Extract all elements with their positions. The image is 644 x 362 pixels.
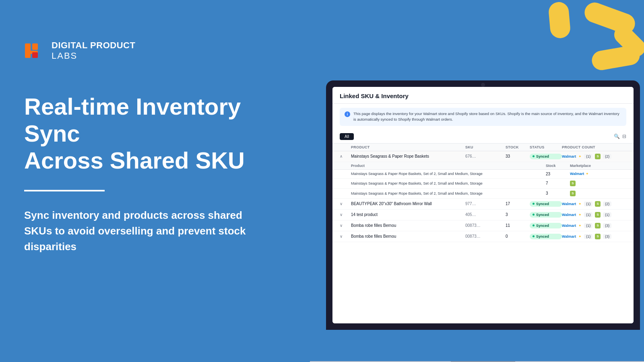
logo-subtitle: LABS: [52, 51, 135, 61]
sub-table-row: Mainstays Seagrass & Paper Rope Baskets,…: [332, 179, 634, 189]
app-header: Linked SKU & Inventory: [332, 87, 634, 104]
filter-bar: All 🔍 ⊟: [332, 130, 634, 143]
shopify-icon: S: [595, 212, 601, 218]
synced-dot: [533, 155, 535, 157]
walmart-spark-icon: ✦: [578, 154, 582, 158]
chevron-down-icon[interactable]: ∨: [340, 202, 351, 206]
shopify-icon: S: [570, 191, 576, 196]
marketplace-cell: Walmart✦: [570, 172, 626, 176]
sub-th-product: Product: [351, 164, 546, 168]
synced-dot: [533, 235, 535, 237]
th-product: Product: [351, 145, 465, 149]
status-badge: Synced: [530, 234, 562, 239]
sku-value: 405…: [465, 212, 506, 217]
filter-icon[interactable]: ⊟: [622, 134, 626, 139]
filter-icons: 🔍 ⊟: [614, 134, 626, 139]
th-stock: Stock: [506, 145, 530, 149]
product-name: Mainstays Seagrass & Paper Rope Baskets: [351, 154, 465, 158]
shopify-count: (2): [603, 202, 611, 206]
left-content: DIGITAL PRODUCT LABS Real-time Inventory…: [24, 40, 274, 255]
walmart-label: Walmart: [570, 172, 584, 176]
table-row[interactable]: ∨ Bomba robe filles Bernou 00873… 0 Sync…: [332, 231, 634, 242]
sku-value: 00873…: [465, 223, 506, 228]
table-row[interactable]: ∧ Mainstays Seagrass & Paper Rope Basket…: [332, 151, 634, 162]
synced-dot: [533, 203, 535, 205]
stock-value: 11: [506, 223, 530, 228]
table-row[interactable]: ∨ BEAUTYPEAK 20"x30" Bathroom Mirror Wal…: [332, 199, 634, 210]
shopify-icon: S: [595, 201, 601, 207]
laptop-camera: [481, 83, 485, 87]
sub-table-header: Product Stock Marketplace: [332, 162, 634, 170]
laptop-screen: Linked SKU & Inventory i This page displ…: [332, 87, 634, 323]
product-count-cell: Walmart✦ (1) S (3): [562, 234, 626, 239]
main-heading: Real-time Inventory Sync Across Shared S…: [24, 93, 274, 174]
walmart-count: (1): [584, 223, 592, 228]
chevron-down-icon[interactable]: ∨: [340, 212, 351, 217]
th-sku: SKU: [465, 145, 506, 149]
walmart-label: Walmart: [562, 154, 576, 158]
th-product-count: Product count: [562, 145, 626, 149]
shopify-count: (3): [603, 234, 611, 239]
sub-th-stock: Stock: [546, 164, 570, 168]
shopify-icon: S: [595, 154, 601, 159]
logo-title: DIGITAL PRODUCT: [52, 40, 135, 51]
sub-text: Sync inventory and products across share…: [24, 208, 258, 255]
status-badge: Synced: [530, 154, 562, 159]
dpl-logo-icon: [24, 40, 45, 61]
walmart-count: (1): [584, 234, 592, 239]
search-icon[interactable]: 🔍: [614, 134, 620, 139]
sub-table-row: Mainstays Seagrass & Paper Rope Baskets,…: [332, 189, 634, 199]
walmart-count: (1): [584, 212, 592, 217]
th-expand: [340, 145, 351, 149]
chevron-up-icon[interactable]: ∧: [340, 154, 351, 158]
walmart-spark-icon: ✦: [586, 172, 589, 176]
app-ui: Linked SKU & Inventory i This page displ…: [332, 87, 634, 323]
table-row[interactable]: ∨ Bomba robe filles Bernou 00873… 11 Syn…: [332, 220, 634, 231]
walmart-count: (1): [584, 154, 592, 159]
th-status: Status: [530, 145, 562, 149]
synced-dot: [533, 214, 535, 216]
app-title: Linked SKU & Inventory: [340, 93, 409, 99]
chevron-down-icon[interactable]: ∨: [340, 234, 351, 239]
filter-all-button[interactable]: All: [340, 133, 354, 140]
synced-dot: [533, 224, 535, 226]
product-count-cell: Walmart✦ (1) S (1): [562, 212, 626, 218]
stock-value: 3: [506, 212, 530, 217]
status-badge: Synced: [530, 223, 562, 228]
product-count-cell: Walmart✦ (1) S (3): [562, 223, 626, 228]
table-row[interactable]: ∨ 14 test product 405… 3 Synced Walmart✦…: [332, 210, 634, 220]
laptop-screen-bezel: Linked SKU & Inventory i This page displ…: [326, 80, 640, 330]
stock-value: 33: [506, 154, 530, 158]
status-badge: Synced: [530, 201, 562, 207]
info-icon: i: [345, 111, 350, 117]
logo-area: DIGITAL PRODUCT LABS: [24, 40, 274, 61]
stock-value: 0: [506, 234, 530, 239]
sub-table-row: Mainstays Seagrass & Paper Rope Baskets,…: [332, 170, 634, 179]
spark-decoration: [475, 0, 644, 88]
product-count-cell: Walmart✦ (1) S (2): [562, 154, 626, 159]
svg-rect-5: [32, 43, 38, 50]
shopify-count: (2): [603, 154, 611, 159]
product-name: 14 test product: [351, 212, 465, 217]
sku-value: 977…: [465, 202, 506, 206]
svg-rect-0: [548, 1, 571, 39]
sub-th-marketplace: Marketplace: [570, 164, 626, 168]
walmart-label: Walmart: [562, 213, 576, 217]
product-name: Bomba robe filles Bernou: [351, 223, 465, 228]
marketplace-cell: S: [570, 181, 626, 186]
divider-line: [24, 190, 105, 191]
laptop-container: Linked SKU & Inventory i This page displ…: [310, 80, 644, 362]
status-badge: Synced: [530, 212, 562, 218]
shopify-icon: S: [570, 181, 576, 186]
marketplace-cell: S: [570, 191, 626, 196]
svg-rect-7: [32, 52, 38, 58]
sub-product-name: Mainstays Seagrass & Paper Rope Baskets,…: [351, 191, 546, 195]
walmart-spark-icon: ✦: [578, 234, 582, 239]
chevron-down-icon[interactable]: ∨: [340, 223, 351, 228]
sub-product-name: Mainstays Seagrass & Paper Rope Baskets,…: [351, 172, 546, 176]
walmart-count: (1): [584, 202, 592, 206]
info-banner: i This page displays the inventory for y…: [340, 108, 626, 126]
svg-rect-3: [590, 44, 642, 72]
shopify-icon: S: [595, 234, 601, 239]
shopify-count: (3): [603, 223, 611, 228]
